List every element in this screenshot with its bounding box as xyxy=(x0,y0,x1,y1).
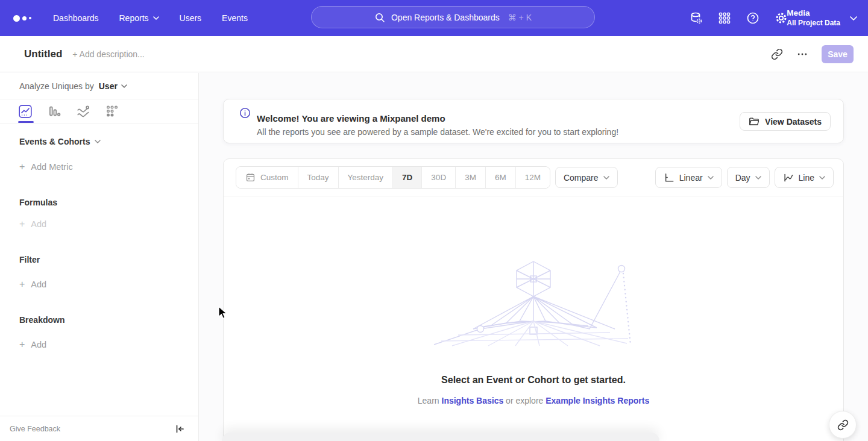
results-panel-edge xyxy=(222,433,659,441)
tab-line-chart[interactable] xyxy=(18,103,33,117)
search-placeholder: Open Reports & Dashboards xyxy=(391,13,500,22)
query-sidebar: Analyze Uniques by User Events & Cohorts… xyxy=(0,73,199,441)
nav-reports-label: Reports xyxy=(119,13,149,23)
range-label: Today xyxy=(307,173,329,182)
chevron-down-icon xyxy=(850,16,857,20)
chevron-down-icon xyxy=(95,140,101,143)
learn-prefix: Learn xyxy=(418,396,439,405)
chart-controls-row: CustomTodayYesterday7D30D3M6M12M Compare… xyxy=(224,159,843,196)
add-metric-label: Add Metric xyxy=(31,162,72,172)
plus-icon: + xyxy=(19,161,25,172)
mixpanel-logo[interactable] xyxy=(13,15,37,22)
add-breakdown-button[interactable]: + Add xyxy=(19,339,198,350)
add-metric-button[interactable]: + Add Metric xyxy=(19,161,198,172)
chart-display-controls: Linear Day Line xyxy=(655,167,834,188)
range-label: 7D xyxy=(402,173,412,182)
empty-state-title: Select an Event or Cohort to get started… xyxy=(441,375,626,386)
range-label: 30D xyxy=(431,173,446,182)
compare-label: Compare xyxy=(564,173,599,183)
top-nav: Dashboards Reports Users Events Open Rep… xyxy=(0,0,868,36)
apps-grid-icon[interactable] xyxy=(717,11,732,25)
search-input[interactable]: Open Reports & Dashboards ⌘ + K xyxy=(311,6,595,28)
folder-icon xyxy=(749,117,760,127)
sidebar-footer: Give Feedback xyxy=(0,416,198,441)
project-info: Media All Project Data xyxy=(787,8,840,28)
welcome-banner: Welcome! You are viewing a Mixpanel demo… xyxy=(223,99,844,143)
nav-reports[interactable]: Reports xyxy=(119,13,159,23)
date-range-control: CustomTodayYesterday7D30D3M6M12M xyxy=(236,166,550,189)
add-formula-button[interactable]: + Add xyxy=(19,219,198,230)
events-cohorts-heading[interactable]: Events & Cohorts xyxy=(19,137,198,146)
project-switcher[interactable]: Media All Project Data xyxy=(787,0,857,36)
selected-tab-underline xyxy=(18,121,34,123)
more-options-icon[interactable] xyxy=(796,48,808,60)
add-formula-label: Add xyxy=(31,219,46,229)
save-button[interactable]: Save xyxy=(822,45,854,63)
range-6m[interactable]: 6M xyxy=(486,167,516,188)
tab-stacked-chart[interactable] xyxy=(76,103,90,117)
add-filter-button[interactable]: + Add xyxy=(19,279,198,290)
add-filter-label: Add xyxy=(31,280,46,289)
range-custom[interactable]: Custom xyxy=(236,167,298,188)
empty-state-illustration xyxy=(416,255,651,347)
events-cohorts-label: Events & Cohorts xyxy=(19,137,90,146)
breakdown-label: Breakdown xyxy=(19,315,64,325)
share-link-button[interactable] xyxy=(829,411,857,439)
banner-texts: Welcome! You are viewing a Mixpanel demo… xyxy=(257,106,618,137)
linear-axis-icon xyxy=(664,172,675,183)
example-reports-link[interactable]: Example Insights Reports xyxy=(546,396,649,405)
range-label: 3M xyxy=(465,173,476,182)
report-description-placeholder[interactable]: + Add description... xyxy=(72,49,144,59)
breakdown-heading: Breakdown xyxy=(19,315,198,325)
chevron-down-icon xyxy=(153,16,159,20)
report-header: Untitled + Add description... Save xyxy=(0,36,868,72)
help-icon[interactable] xyxy=(746,11,760,25)
range-30d[interactable]: 30D xyxy=(422,167,456,188)
project-scope: All Project Data xyxy=(787,19,840,28)
range-7d[interactable]: 7D xyxy=(393,167,422,188)
range-12m[interactable]: 12M xyxy=(516,167,550,188)
insights-basics-link[interactable]: Insights Basics xyxy=(442,396,504,405)
nav-dashboards[interactable]: Dashboards xyxy=(53,13,99,23)
filter-heading: Filter xyxy=(19,255,198,264)
give-feedback-link[interactable]: Give Feedback xyxy=(10,425,60,433)
interval-label: Day xyxy=(735,173,750,183)
info-icon xyxy=(239,107,251,119)
scale-selector-button[interactable]: Linear xyxy=(655,167,722,188)
filter-label: Filter xyxy=(19,255,40,264)
tab-metric-grid[interactable] xyxy=(105,103,119,117)
range-label: Yesterday xyxy=(348,173,384,182)
project-name: Media xyxy=(787,8,840,19)
tab-bar-chart[interactable] xyxy=(47,103,61,117)
analyze-label: Analyze Uniques by xyxy=(19,81,94,91)
nav-events-label: Events xyxy=(222,13,248,23)
compare-button[interactable]: Compare xyxy=(555,167,618,188)
primary-nav: Dashboards Reports Users Events xyxy=(53,13,248,23)
chart-type-label: Line xyxy=(799,173,814,183)
data-management-icon[interactable] xyxy=(689,11,703,25)
analyze-by-value: User xyxy=(99,81,118,91)
range-today[interactable]: Today xyxy=(298,167,339,188)
chevron-down-icon xyxy=(819,176,825,180)
chart-type-selector-button[interactable]: Line xyxy=(775,167,834,188)
range-3m[interactable]: 3M xyxy=(456,167,486,188)
nav-users[interactable]: Users xyxy=(180,13,202,23)
range-label: Custom xyxy=(260,173,289,182)
nav-users-label: Users xyxy=(180,13,202,23)
plus-icon: + xyxy=(19,339,25,350)
copy-link-icon[interactable] xyxy=(771,48,783,60)
range-label: 12M xyxy=(525,173,541,182)
plus-icon: + xyxy=(19,219,25,230)
plus-icon: + xyxy=(19,279,25,290)
range-yesterday[interactable]: Yesterday xyxy=(339,167,394,188)
view-datasets-button[interactable]: View Datasets xyxy=(740,112,831,131)
empty-state: Select an Event or Cohort to get started… xyxy=(224,196,843,405)
top-nav-icons xyxy=(689,0,788,36)
report-title[interactable]: Untitled xyxy=(24,48,62,60)
collapse-sidebar-icon[interactable] xyxy=(174,424,185,434)
nav-events[interactable]: Events xyxy=(222,13,248,23)
analyze-by-dropdown[interactable]: User xyxy=(99,81,127,91)
formulas-label: Formulas xyxy=(19,198,57,207)
chevron-down-icon xyxy=(755,176,761,180)
interval-selector-button[interactable]: Day xyxy=(727,167,770,188)
